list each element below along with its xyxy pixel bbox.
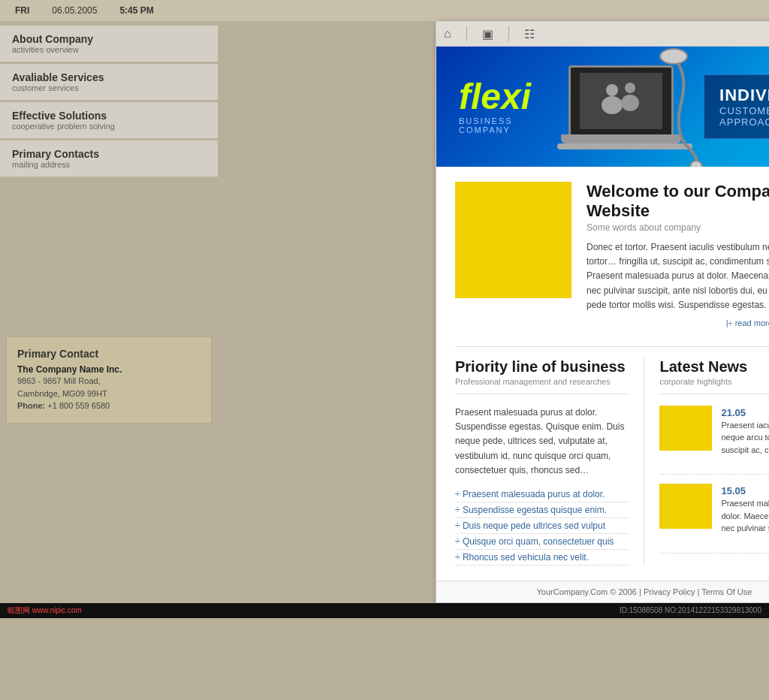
priority-links: Praesent malesuada purus at dolor. Suspe…	[455, 487, 629, 566]
priority-text: Praesent malesuada purus at dolor. Suspe…	[455, 406, 629, 478]
footer-text: YourCompany.Com © 2006 | Privacy Policy …	[537, 587, 752, 596]
primary-contact-phone: Phone: +1 800 559 6580	[17, 400, 201, 412]
welcome-body: Donec et tortor. Praesent iaculis vestib…	[587, 240, 769, 312]
priority-divider	[455, 394, 629, 394]
news-thumb-2	[659, 484, 712, 529]
phone-label: Phone:	[17, 401, 45, 410]
home-icon[interactable]: ⌂	[444, 27, 451, 41]
news-divider	[659, 394, 769, 394]
taskbar: FRI 06.05.2005 5:45 PM	[0, 0, 769, 21]
footer: YourCompany.Com © 2006 | Privacy Policy …	[436, 581, 769, 602]
tagline-box: INDIVIDUAL CUSTOMERS APPROACH	[704, 74, 769, 139]
logo-rest: lexi	[471, 77, 531, 116]
banner-center	[553, 50, 704, 163]
nav-sub-services: customer services	[12, 83, 206, 92]
bottom-bar-id: ID:15088508 NO:20141222153329813000	[620, 606, 761, 614]
primary-contact-title: Primary Contact	[17, 348, 201, 360]
welcome-image	[455, 182, 571, 298]
news-text-1: Praesent iaculis vestibulum neque arcu t…	[721, 419, 769, 457]
primary-contact-box: Primary Contact The Company Name Inc. 98…	[6, 336, 212, 424]
two-column-section: Priority line of business Professional m…	[455, 358, 769, 566]
phone-number: +1 800 559 6580	[47, 401, 110, 410]
welcome-read-more[interactable]: |÷ read more about company|	[587, 318, 769, 327]
section-divider	[455, 346, 769, 347]
header-banner: flexi BUSINESS COMPANY	[436, 47, 769, 167]
read-more-about-link[interactable]: |÷ read more about company|	[726, 318, 769, 327]
news-text-2: Praesent male-suada purus at dolor. Maec…	[721, 497, 769, 535]
page-wrapper: About Company activities overview Avalia…	[0, 21, 769, 603]
apps-icon[interactable]: ☷	[524, 27, 535, 41]
tagline-main: INDIVIDUAL	[719, 86, 769, 105]
tagline-sub: CUSTOMERS APPROACH	[719, 105, 769, 128]
logo: flexi	[459, 79, 531, 115]
news-title: Latest News	[659, 358, 769, 376]
logo-highlight: f	[459, 77, 471, 116]
nav-title-solutions: Effective Solutions	[12, 110, 206, 122]
nav-sub-about: activities overview	[12, 45, 206, 54]
priority-subtitle: Professional management and researches	[455, 377, 629, 386]
browser-window: ⌂ ▣ ☷ flexi BUSINESS COMPANY	[436, 21, 769, 603]
news-read-more-1[interactable]: |÷ read more|	[721, 456, 769, 465]
priority-link-1[interactable]: Praesent malesuada purus at dolor.	[455, 487, 629, 502]
cable-decoration	[553, 47, 704, 167]
news-subtitle: corporate highlights	[659, 377, 769, 386]
nav-item-services[interactable]: Avaliable Services customer services	[0, 64, 218, 101]
toolbar-divider-1	[466, 26, 467, 41]
page-icon[interactable]: ▣	[482, 27, 493, 41]
nav-title-contacts: Primary Contacts	[12, 148, 206, 160]
news-thumb-1	[659, 406, 712, 451]
main-content: flexi BUSINESS COMPANY	[436, 47, 769, 602]
news-item-1: 21.05 Praesent iaculis vestibulum neque …	[659, 406, 769, 475]
browser-toolbar: ⌂ ▣ ☷	[436, 22, 769, 47]
taskbar-time: 5:45 PM	[119, 5, 153, 16]
taskbar-date: 06.05.2005	[52, 5, 97, 16]
priority-link-4[interactable]: Quisque orci quam, consectetuer quis	[455, 534, 629, 550]
priority-section: Priority line of business Professional m…	[455, 358, 644, 566]
toolbar-divider-2	[508, 26, 509, 41]
bottom-bar: 昵图网 www.nipic.com ID:15088508 NO:2014122…	[0, 603, 769, 618]
nipic-logo: 昵图网 www.nipic.com	[8, 605, 82, 616]
news-read-more-2[interactable]: |÷ read more|	[721, 535, 769, 544]
nav-title-services: Avaliable Services	[12, 71, 206, 83]
welcome-section: Welcome to our Company Website Some word…	[455, 182, 769, 327]
nav-sub-solutions: cooperative problem solving	[12, 122, 206, 131]
nav-sub-contacts: mailing address	[12, 160, 206, 169]
priority-link-2[interactable]: Suspendisse egestas quisque enim.	[455, 502, 629, 518]
svg-point-5	[660, 49, 687, 64]
logo-subtitle: BUSINESS COMPANY	[459, 116, 531, 134]
primary-contact-company: The Company Name Inc.	[17, 364, 201, 375]
welcome-subtitle: Some words about company	[587, 222, 769, 233]
content-area: Welcome to our Company Website Some word…	[436, 167, 769, 581]
news-date-1: 21.05	[721, 407, 746, 418]
svg-point-4	[690, 161, 702, 167]
taskbar-day: FRI	[15, 5, 29, 16]
news-date-2: 15.05	[721, 485, 746, 496]
news-content-1: 21.05 Praesent iaculis vestibulum neque …	[721, 406, 769, 466]
logo-area: flexi BUSINESS COMPANY	[436, 64, 553, 149]
welcome-text: Welcome to our Company Website Some word…	[587, 182, 769, 327]
priority-link-3[interactable]: Duis neque pede ultrices sed vulput	[455, 518, 629, 534]
primary-contact-address2: Cambridge, MG09 99HT	[17, 388, 201, 400]
nav-title-about: About Company	[12, 33, 206, 45]
priority-link-5[interactable]: Rhoncus sed vehicula nec velit.	[455, 550, 629, 566]
primary-contact-address1: 9863 - 9867 Mill Road,	[17, 375, 201, 388]
welcome-title: Welcome to our Company Website	[587, 182, 769, 221]
news-content-2: 15.05 Praesent male-suada purus at dolor…	[721, 484, 769, 544]
priority-title: Priority line of business	[455, 358, 629, 376]
sidebar: About Company activities overview Avalia…	[0, 21, 218, 603]
news-section: Latest News corporate highlights 21.05 P…	[659, 358, 769, 566]
news-item-2: 15.05 Praesent male-suada purus at dolor…	[659, 484, 769, 554]
nav-item-contacts[interactable]: Primary Contacts mailing address	[0, 140, 218, 177]
nav-item-about[interactable]: About Company activities overview	[0, 26, 218, 62]
nav-item-solutions[interactable]: Effective Solutions cooperative problem …	[0, 102, 218, 139]
